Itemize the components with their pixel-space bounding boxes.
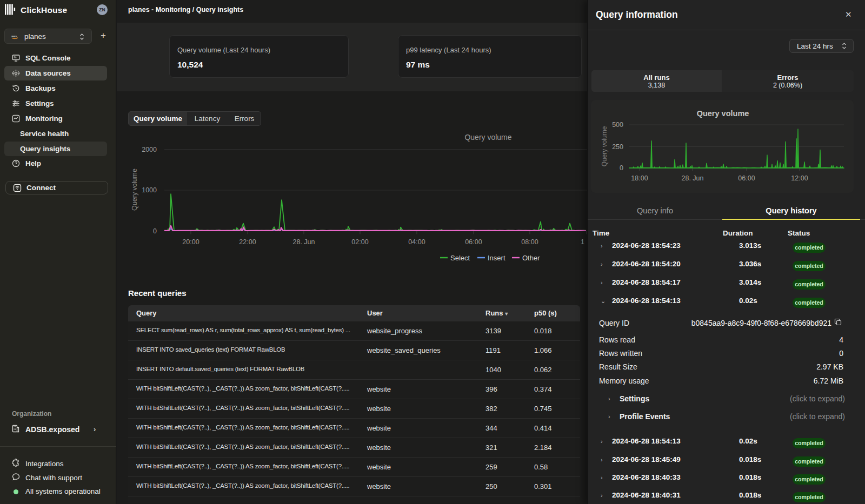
- svg-text:28. Jun: 28. Jun: [681, 174, 703, 182]
- svg-text:500: 500: [612, 121, 623, 129]
- svg-text:22:00: 22:00: [239, 238, 256, 246]
- svg-text:28. Jun: 28. Jun: [292, 238, 315, 246]
- svg-text:Insert: Insert: [488, 254, 505, 262]
- svg-text:06:00: 06:00: [738, 174, 755, 182]
- svg-text:08:00: 08:00: [521, 238, 538, 246]
- svg-text:1000: 1000: [142, 186, 157, 194]
- svg-text:250: 250: [612, 143, 623, 151]
- svg-text:18:00: 18:00: [631, 174, 648, 182]
- svg-text:1: 1: [581, 238, 584, 246]
- svg-text:Select: Select: [450, 254, 470, 262]
- svg-text:12:00: 12:00: [791, 174, 808, 182]
- svg-text:0: 0: [620, 164, 623, 172]
- svg-text:Other: Other: [522, 254, 540, 262]
- svg-text:Query volume: Query volume: [601, 126, 608, 166]
- svg-text:04:00: 04:00: [408, 238, 425, 246]
- svg-text:06:00: 06:00: [465, 238, 482, 246]
- svg-text:2000: 2000: [142, 146, 157, 153]
- svg-text:0: 0: [153, 227, 157, 235]
- svg-text:aws: aws: [11, 35, 17, 38]
- svg-text:20:00: 20:00: [182, 238, 199, 246]
- svg-text:Query volume: Query volume: [131, 169, 138, 211]
- svg-text:02:00: 02:00: [351, 238, 368, 246]
